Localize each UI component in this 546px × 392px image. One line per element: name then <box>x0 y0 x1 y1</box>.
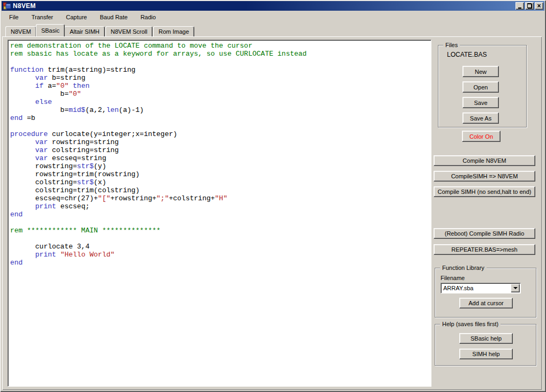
function-library-title: Function Library <box>440 265 487 271</box>
files-group-title: Files <box>443 42 460 48</box>
code-line: print escseq; <box>10 202 430 210</box>
tab-rom-image[interactable]: Rom Image <box>153 26 194 36</box>
tab-sbasic[interactable]: SBasic <box>36 24 65 36</box>
code-line: rem ************ MAIN ************** <box>10 227 430 235</box>
add-at-cursor-button[interactable]: Add at cursor <box>459 298 513 308</box>
code-line: escseq=chr(27)+"["+rowstring+";"+colstri… <box>10 194 430 202</box>
tab-n8vem[interactable]: N8VEM <box>5 26 36 36</box>
code-line: colstring=trim(colstring) <box>10 186 430 194</box>
code-line: rem sbasic has locate as a keyword for a… <box>10 50 430 58</box>
help-button-simh-help[interactable]: SIMH help <box>459 349 513 359</box>
code-line: b="0" <box>10 90 430 98</box>
combobox-dropdown-button[interactable] <box>511 284 520 292</box>
code-line: print "Hello World" <box>10 251 430 259</box>
files-button-open[interactable]: Open <box>462 81 499 93</box>
code-line: var escseq=string <box>10 154 430 162</box>
color-on-button[interactable]: Color On <box>462 131 500 142</box>
filename-label: Filename <box>441 275 465 281</box>
files-button-save[interactable]: Save <box>462 97 499 108</box>
radio-button-repeater-bas-mesh[interactable]: REPEATER.BAS=>mesh <box>434 244 535 255</box>
menu-item-capture[interactable]: Capture <box>60 12 92 22</box>
code-line: procedure curlocate(y=integer;x=integer) <box>10 130 430 138</box>
code-line <box>10 235 430 243</box>
restore-icon <box>527 4 532 8</box>
compile-button-compile-simh-no-send-halt-to-end[interactable]: Compile SIMH (no send,halt to end) <box>434 186 535 197</box>
code-editor[interactable]: rem demonstration of the LOCATE command … <box>7 40 431 387</box>
tab-altair-simh[interactable]: Altair SIMH <box>64 26 105 36</box>
menu-item-file[interactable]: File <box>4 12 24 22</box>
code-line: var rowstring=string <box>10 138 430 146</box>
code-line <box>10 122 430 130</box>
code-line: colstring=str$(x) <box>10 178 430 186</box>
chevron-down-icon <box>513 287 518 289</box>
help-group-title: Help (saves files first) <box>440 321 500 327</box>
radio-buttons-stack: (Reboot) Compile SIMH RadioREPEATER.BAS=… <box>434 228 535 255</box>
code-line: function trim(a=string)=string <box>10 66 430 74</box>
code-line <box>10 58 430 66</box>
file-buttons-stack: NewOpenSaveSave As <box>462 66 499 124</box>
function-library-group: Function Library Filename ARRAY.sba Add … <box>435 268 536 318</box>
title-bar[interactable]: N8VEM × <box>2 1 544 11</box>
restore-button[interactable] <box>525 2 534 10</box>
code-line: var colstring=string <box>10 146 430 154</box>
menu-bar: FileTransferCaptureBaud RateRadio <box>2 11 544 23</box>
files-button-new[interactable]: New <box>462 66 499 77</box>
menu-item-baud-rate[interactable]: Baud Rate <box>94 12 133 22</box>
tab-n8vem-scroll[interactable]: N8VEM Scroll <box>105 26 153 36</box>
menu-item-radio[interactable]: Radio <box>135 12 161 22</box>
compile-button-compilesimh-n8vem[interactable]: CompileSIMH => N8VEM <box>434 171 535 182</box>
help-group: Help (saves files first) SBasic helpSIMH… <box>435 324 536 366</box>
code-line: curlocate 3,4 <box>10 243 430 251</box>
titlebar-buttons: × <box>515 2 544 10</box>
code-line: end <box>10 210 430 218</box>
code-line: var b=string <box>10 74 430 82</box>
library-filename-combobox[interactable]: ARRAY.sba <box>441 283 521 293</box>
files-button-save-as[interactable]: Save As <box>462 112 499 124</box>
close-icon: × <box>537 3 541 9</box>
current-filename: LOCATE.BAS <box>447 51 487 58</box>
code-line: end =b <box>10 114 430 122</box>
minimize-button[interactable] <box>515 2 524 10</box>
code-line: rowstring=str$(y) <box>10 162 430 170</box>
radio-button-reboot-compile-simh-radio[interactable]: (Reboot) Compile SIMH Radio <box>434 228 535 239</box>
help-buttons-stack: SBasic helpSIMH help <box>459 333 513 359</box>
code-line <box>10 218 430 227</box>
files-group: Files LOCATE.BAS NewOpenSaveSave As <box>438 45 527 127</box>
code-line: else <box>10 98 430 106</box>
window-title: N8VEM <box>13 2 36 10</box>
tab-strip: N8VEMSBasicAltair SIMHN8VEM ScrollRom Im… <box>2 24 195 36</box>
compile-button-compile-n8vem[interactable]: Compile N8VEM <box>434 155 535 166</box>
minimize-icon <box>518 7 521 9</box>
code-line: end <box>10 259 430 267</box>
close-button[interactable]: × <box>535 2 543 10</box>
compile-buttons-stack: Compile N8VEMCompileSIMH => N8VEMCompile… <box>434 155 535 197</box>
tab-panel: rem demonstration of the LOCATE command … <box>2 36 542 390</box>
code-line: if a="0" then <box>10 82 430 90</box>
code-line: rowstring=trim(rowstring) <box>10 170 430 178</box>
code-line: rem demonstration of the LOCATE command … <box>10 42 430 50</box>
app-icon <box>3 2 11 10</box>
combobox-value: ARRAY.sba <box>441 285 511 291</box>
help-button-sbasic-help[interactable]: SBasic help <box>459 333 513 344</box>
app-window: N8VEM × FileTransferCaptureBaud RateRadi… <box>0 0 546 392</box>
code-line: b=mid$(a,2,len(a)-1) <box>10 106 430 114</box>
menu-item-transfer[interactable]: Transfer <box>26 12 59 22</box>
